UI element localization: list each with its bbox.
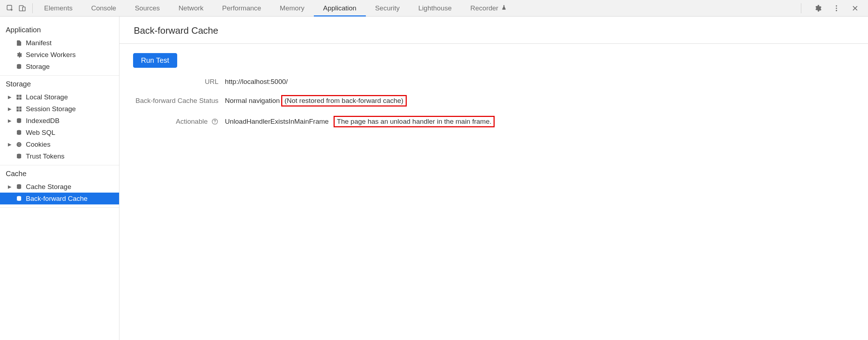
sidebar-item-label: Cache Storage	[26, 183, 71, 191]
svg-point-26	[214, 123, 215, 123]
sidebar-item-label: IndexedDB	[26, 117, 60, 125]
run-test-button[interactable]: Run Test	[133, 53, 177, 68]
sidebar-item-web-sql[interactable]: Web SQL	[0, 127, 119, 138]
tab-label: Memory	[280, 4, 305, 12]
sidebar-item-label: Web SQL	[26, 129, 55, 137]
row-status-label: Back-forward Cache Status	[132, 97, 225, 105]
device-toolbar-icon[interactable]	[18, 4, 27, 13]
tab-label: Lighthouse	[418, 4, 452, 12]
sidebar-item-service-workers[interactable]: Service Workers	[0, 49, 119, 61]
svg-rect-12	[19, 107, 22, 109]
devtools-tabbar: Elements Console Sources Network Perform…	[0, 0, 868, 16]
database-icon	[15, 118, 23, 124]
tab-network[interactable]: Network	[169, 0, 213, 16]
sidebar-group-title-application: Application	[0, 22, 119, 37]
status-prefix: Normal navigation	[225, 97, 280, 105]
svg-rect-13	[16, 109, 19, 111]
tabbar-right-controls	[799, 3, 867, 13]
grid-icon	[15, 106, 23, 112]
disclosure-triangle-icon[interactable]: ▶	[7, 184, 12, 189]
gear-icon	[15, 52, 23, 58]
tab-label: Security	[375, 4, 400, 12]
sidebar-item-label: Storage	[26, 63, 50, 71]
sidebar-group-title-cache: Cache	[0, 165, 119, 181]
flask-icon	[501, 4, 507, 12]
svg-rect-8	[19, 95, 22, 97]
sidebar-item-label: Local Storage	[26, 93, 68, 101]
sidebar-separator	[0, 207, 119, 208]
svg-rect-11	[16, 107, 19, 109]
sidebar-item-cookies[interactable]: ▶ Cookies	[0, 138, 119, 150]
sidebar-item-cache-storage[interactable]: ▶ Cache Storage	[0, 181, 119, 193]
tab-elements[interactable]: Elements	[35, 0, 82, 16]
tabbar-tabs: Elements Console Sources Network Perform…	[35, 0, 516, 16]
gear-icon[interactable]	[813, 4, 822, 13]
row-bfcache-status: Back-forward Cache Status Normal navigat…	[132, 95, 855, 107]
page-title: Back-forward Cache	[134, 25, 855, 36]
file-icon	[15, 40, 23, 46]
sidebar-item-trust-tokens[interactable]: Trust Tokens	[0, 150, 119, 162]
sidebar-item-local-storage[interactable]: ▶ Local Storage	[0, 91, 119, 103]
svg-point-18	[18, 143, 19, 144]
tab-sources[interactable]: Sources	[126, 0, 169, 16]
tab-application[interactable]: Application	[314, 0, 366, 16]
disclosure-triangle-icon[interactable]: ▶	[7, 94, 12, 100]
sidebar-item-label: Manifest	[26, 39, 52, 47]
sidebar-item-manifest[interactable]: Manifest	[0, 37, 119, 49]
svg-point-20	[19, 145, 20, 145]
main-split: Application Manifest Service Workers Sto…	[0, 16, 868, 340]
tabbar-left-controls	[1, 0, 30, 16]
content-pane: Back-forward Cache Run Test URL http://l…	[119, 16, 868, 340]
sidebar-item-indexeddb[interactable]: ▶ IndexedDB	[0, 115, 119, 127]
tab-label: Performance	[222, 4, 261, 12]
database-icon	[15, 129, 23, 136]
disclosure-triangle-icon[interactable]: ▶	[7, 106, 12, 112]
svg-point-5	[836, 10, 837, 11]
actionable-desc-highlight: The page has an unload handler in the ma…	[334, 116, 495, 127]
inspect-element-icon[interactable]	[6, 4, 14, 13]
tab-memory[interactable]: Memory	[270, 0, 314, 16]
tab-recorder[interactable]: Recorder	[461, 0, 516, 16]
tab-label: Elements	[44, 4, 72, 12]
sidebar-item-bfcache[interactable]: Back-forward Cache	[0, 193, 119, 204]
row-url-value: http://localhost:5000/	[225, 78, 288, 86]
tab-label: Console	[91, 4, 116, 12]
database-icon	[15, 153, 23, 160]
tab-lighthouse[interactable]: Lighthouse	[409, 0, 461, 16]
tab-console[interactable]: Console	[82, 0, 126, 16]
tab-label: Network	[179, 4, 204, 12]
disclosure-triangle-icon[interactable]: ▶	[7, 118, 12, 123]
row-url-label: URL	[132, 78, 225, 86]
disclosure-triangle-icon[interactable]: ▶	[7, 142, 12, 147]
tab-performance[interactable]: Performance	[213, 0, 270, 16]
row-status-value: Normal navigation (Not restored from bac…	[225, 95, 407, 107]
svg-point-3	[836, 5, 837, 6]
tabbar-divider	[32, 3, 33, 13]
svg-rect-9	[16, 97, 19, 99]
row-actionable-value: UnloadHandlerExistsInMainFrame The page …	[225, 116, 495, 127]
close-icon[interactable]	[851, 4, 859, 13]
row-actionable: Actionable UnloadHandlerExistsInMainFram…	[132, 116, 855, 127]
svg-rect-2	[23, 7, 25, 11]
tab-label: Application	[323, 4, 357, 12]
sidebar-item-label: Back-forward Cache	[26, 195, 88, 203]
kebab-menu-icon[interactable]	[832, 4, 841, 13]
svg-point-19	[19, 143, 20, 144]
svg-rect-10	[19, 97, 22, 99]
tab-label: Recorder	[470, 4, 498, 12]
application-sidebar: Application Manifest Service Workers Sto…	[0, 16, 119, 340]
svg-point-4	[836, 8, 837, 9]
status-highlight: (Not restored from back-forward cache)	[281, 95, 407, 107]
database-icon	[15, 184, 23, 190]
tab-label: Sources	[135, 4, 160, 12]
sidebar-item-storage[interactable]: Storage	[0, 61, 119, 72]
sidebar-group-title-storage: Storage	[0, 76, 119, 91]
cookie-icon	[15, 141, 23, 148]
svg-point-17	[16, 142, 22, 147]
help-icon[interactable]	[211, 118, 218, 125]
content-divider	[119, 43, 868, 44]
svg-point-21	[18, 145, 19, 146]
sidebar-item-session-storage[interactable]: ▶ Session Storage	[0, 103, 119, 115]
actionable-label-text: Actionable	[176, 118, 208, 126]
tab-security[interactable]: Security	[366, 0, 409, 16]
